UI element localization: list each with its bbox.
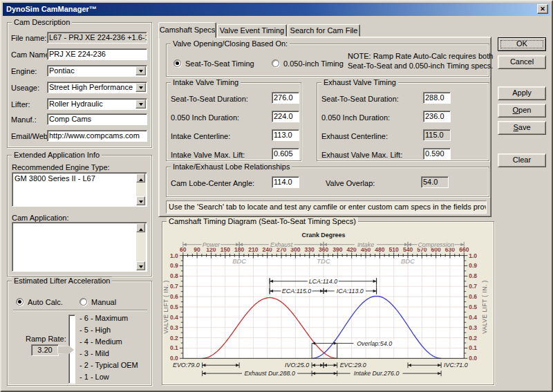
exhaust-050-duration-field[interactable]: 236.0 (423, 111, 451, 122)
intake-centerline-field[interactable]: 113.0 (272, 129, 299, 141)
save-button[interactable]: Save (498, 121, 546, 135)
exhaust-max-lift-field[interactable]: 0.590 (423, 148, 451, 160)
y-tick-label: 0.1 (170, 344, 178, 351)
exhaust-sts-duration-field[interactable]: 288.0 (423, 92, 451, 104)
auto-calc-radio[interactable] (16, 298, 24, 306)
intake-max-lift-label: Intake Valve Max. Lift: (171, 151, 245, 160)
intake-timing-title: Intake Valve Timing (171, 78, 241, 87)
cam-application-textarea[interactable] (12, 222, 147, 272)
lifter-acceleration-title: Estimated Lifter Acceleration (12, 277, 112, 286)
file-name-field[interactable]: L67 - PRJ XE 224-236 +1.6-1. (47, 32, 147, 44)
y-tick-label: 1.0 (170, 252, 178, 259)
open-button[interactable]: Open (498, 104, 546, 118)
scroll-down-icon[interactable] (136, 261, 145, 270)
ramp-scale-labels: - 6 - Maximum- 5 - High- 4 - Medium- 3 -… (79, 312, 138, 383)
cam-name-label: Cam Name: (11, 50, 52, 59)
tab-valve-event-timing[interactable]: Valve Event Timing (217, 24, 287, 37)
chart-shape (320, 364, 324, 366)
y-tick-label: 0.3 (170, 324, 178, 331)
tab-label: Valve Event Timing (220, 26, 284, 35)
chevron-down-icon[interactable] (135, 83, 146, 92)
scroll-down-icon[interactable] (136, 196, 145, 205)
valve-event-label: EVO:79.0 (173, 362, 200, 368)
intake-sts-duration-field[interactable]: 276.0 (272, 92, 299, 104)
inch-timing-radio[interactable] (272, 59, 279, 67)
manual-radio[interactable] (79, 298, 87, 306)
region-label-power: Power (203, 241, 221, 248)
intake-050-duration-field[interactable]: 224.0 (272, 111, 299, 122)
window-title: DynoSim CamManager™ (6, 5, 97, 13)
x-tick-label: 390 (332, 246, 342, 253)
exhaust-timing-title: Exhaust Valve Timing (321, 78, 398, 87)
chevron-down-icon[interactable] (135, 66, 146, 75)
recommended-engine-type-textarea[interactable]: GM 3800 Series II - L67 (12, 172, 147, 207)
y-tick-label: 0.8 (469, 272, 477, 279)
manuf-field[interactable]: Comp Cams (47, 113, 147, 125)
ramp-scale-label: - 3 - Mild (79, 348, 138, 360)
intake-max-lift-field[interactable]: 0.605 (272, 148, 299, 160)
scrollbar[interactable] (136, 174, 146, 205)
dead-center-label: BDC (232, 257, 246, 265)
scrollbar[interactable] (136, 223, 146, 270)
region-label-exhaust: Exhaust (270, 241, 293, 248)
chart-shape (236, 364, 239, 366)
y-tick-label: 0.8 (170, 272, 178, 279)
inch-timing-label: 0.050-inch Timing (283, 59, 344, 68)
exhaust-sts-duration-label: Seat-To-Seat Duration: (321, 95, 399, 104)
ramp-note-line1: NOTE: Ramp Rate Auto-Calc requires both (348, 52, 493, 61)
lifter-combobox[interactable]: Roller Hydraulic (47, 98, 147, 110)
y-tick-label: 0.6 (469, 293, 477, 300)
scroll-up-icon[interactable] (136, 223, 145, 232)
useage-value: Street High Performance (49, 83, 133, 91)
exhaust-050-duration-label: 0.050 Inch Duration: (321, 113, 390, 122)
chart-shape (334, 364, 337, 366)
cancel-button[interactable]: Cancel (498, 55, 546, 69)
cam-name-field[interactable]: PRJ XE 224-236 (47, 48, 147, 60)
intake-valve-timing-group: Intake Valve Timing Seat-To-Seat Duratio… (166, 82, 301, 161)
tab-label: Camshaft Specs (160, 26, 216, 34)
y-tick-label: 0.9 (170, 262, 178, 269)
apply-label: Apply (498, 87, 545, 99)
chart-shape (203, 364, 206, 366)
email-web-field[interactable]: http://www.compcams.com (47, 130, 147, 142)
cam-description-group: Cam Description File name: L67 - PRJ XE … (7, 22, 152, 148)
chart-shape (438, 372, 441, 375)
manuf-label: Manuf.: (11, 115, 37, 124)
y-tick-label: 0.0 (469, 355, 477, 362)
eca-annotation: ECA:115.0 (282, 288, 311, 295)
engine-combobox[interactable]: Pontiac (47, 65, 147, 77)
chart-shape (203, 372, 206, 375)
exhaust-valve-timing-group: Exhaust Valve Timing Seat-To-Seat Durati… (317, 82, 489, 161)
useage-combobox[interactable]: Street High Performance (47, 82, 147, 93)
clear-button[interactable]: Clear (498, 153, 546, 167)
x-tick-label: 90 (194, 246, 200, 253)
timing-diagram-svg: BDCTDCBDC6090120150180210240270300330360… (162, 222, 494, 384)
crank-degrees-label: Crank Degrees (302, 232, 346, 239)
lca-annotation: LCA:114.0 (309, 278, 337, 285)
tab-search-for-cam-file[interactable]: Search for Cam File (288, 24, 360, 37)
exhaust-centerline-field: 115.0 (423, 129, 451, 141)
ramp-rate-label: Ramp Rate: (26, 335, 66, 344)
valve-event-label: IVC:71.0 (444, 362, 468, 368)
close-icon[interactable]: ✕ (537, 4, 548, 14)
engine-value: Pontiac (49, 66, 75, 75)
engine-label: Engine: (11, 67, 37, 76)
useage-label: Useage: (11, 84, 39, 93)
chart-shape (312, 372, 315, 375)
search-hint-note: Use the 'Search' tab to locate and test … (166, 200, 487, 214)
tab-camshaft-specs[interactable]: Camshaft Specs (158, 22, 216, 38)
valve-lift-label-right: VALVE LIFT ( IN. ) (481, 280, 488, 334)
apply-button[interactable]: Apply (498, 86, 546, 100)
duration-label: Exhaust Dur.288.0 (244, 370, 294, 377)
chevron-down-icon[interactable] (135, 100, 146, 109)
timing-diagram-group: Camshaft Timing Diagram (Seat-To-Seat Ti… (162, 221, 494, 385)
lobe-center-angle-label: Cam Lobe-Center Angle: (171, 179, 254, 188)
ok-button[interactable]: OK (498, 37, 546, 51)
extended-info-title: Extended Application Info (12, 151, 102, 160)
separator (13, 310, 147, 311)
lobe-center-angle-field[interactable]: 114.0 (272, 176, 299, 188)
seat-to-seat-radio[interactable] (174, 59, 181, 67)
title-bar[interactable]: DynoSim CamManager™ ✕ (3, 3, 550, 16)
scroll-up-icon[interactable] (136, 174, 145, 183)
lifter-label: Lifter: (11, 100, 30, 109)
